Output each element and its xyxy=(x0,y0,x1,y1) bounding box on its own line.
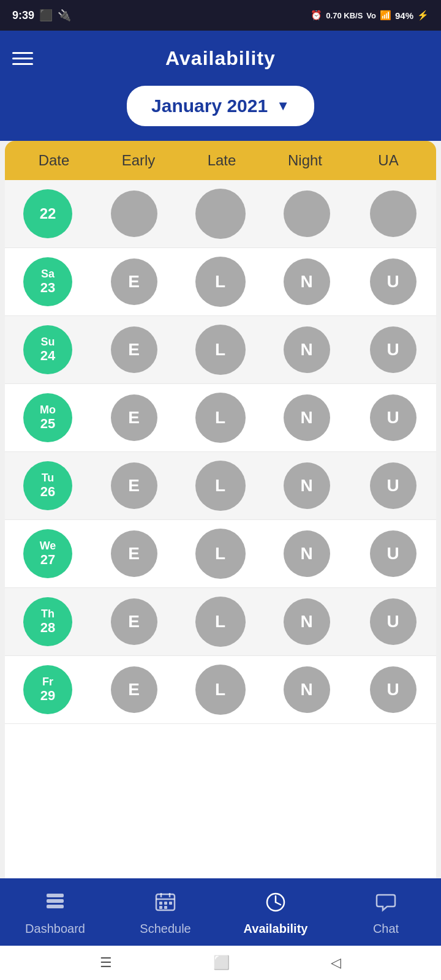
date-circle-fr29: Fr 29 xyxy=(23,665,72,714)
ua-cell[interactable]: U xyxy=(350,656,436,723)
ua-cell[interactable]: U xyxy=(350,248,436,315)
early-cell[interactable]: E xyxy=(91,248,177,315)
early-cell[interactable]: E xyxy=(91,452,177,519)
alarm-icon: ⏰ xyxy=(311,10,322,21)
day-num: 28 xyxy=(40,620,55,635)
early-btn[interactable]: E xyxy=(111,530,157,577)
early-btn[interactable]: E xyxy=(111,598,157,645)
android-back-btn[interactable]: ◁ xyxy=(331,955,341,971)
ua-btn[interactable]: U xyxy=(370,258,417,305)
early-btn[interactable]: E xyxy=(111,394,157,441)
late-cell[interactable]: L xyxy=(177,316,263,383)
ua-shift-circle[interactable] xyxy=(370,190,417,237)
status-right: ⏰ 0.70 KB/S Vo 📶 94% ⚡ xyxy=(311,10,429,21)
ua-btn[interactable]: U xyxy=(370,326,417,373)
early-cell[interactable]: E xyxy=(91,384,177,451)
day-num: 26 xyxy=(40,484,55,499)
ua-cell[interactable]: U xyxy=(350,316,436,383)
android-home-btn[interactable]: ⬜ xyxy=(213,955,230,971)
schedule-icon xyxy=(154,891,176,918)
night-cell[interactable]: N xyxy=(263,452,350,519)
day-num: 29 xyxy=(40,688,55,703)
col-early: Early xyxy=(97,152,180,169)
night-cell[interactable]: N xyxy=(263,384,350,451)
ua-btn[interactable]: U xyxy=(370,462,417,509)
ua-cell[interactable]: U xyxy=(350,452,436,519)
ua-cell[interactable] xyxy=(350,180,436,247)
late-cell[interactable]: L xyxy=(177,248,263,315)
late-btn[interactable]: L xyxy=(195,529,246,579)
late-btn[interactable]: L xyxy=(195,597,246,647)
chat-icon xyxy=(375,891,397,918)
ua-cell[interactable]: U xyxy=(350,384,436,451)
ua-btn[interactable]: U xyxy=(370,598,417,645)
nav-availability[interactable]: Availability xyxy=(239,891,312,936)
early-cell[interactable]: E xyxy=(91,588,177,655)
night-cell[interactable] xyxy=(263,180,350,247)
early-cell[interactable] xyxy=(91,180,177,247)
availability-icon xyxy=(265,891,287,918)
ua-btn[interactable]: U xyxy=(370,666,417,713)
menu-button[interactable] xyxy=(12,52,33,65)
date-cell: Mo 25 xyxy=(5,384,91,451)
month-selector-container: January 2021 ▼ xyxy=(0,86,441,141)
early-btn[interactable]: E xyxy=(111,326,157,373)
day-num: 27 xyxy=(40,552,55,567)
night-btn[interactable]: N xyxy=(284,598,330,645)
day-num: 24 xyxy=(40,349,55,363)
android-menu-btn[interactable]: ☰ xyxy=(100,955,112,971)
date-circle-mo25: Mo 25 xyxy=(23,393,72,442)
night-cell[interactable]: N xyxy=(263,316,350,383)
nav-chat[interactable]: Chat xyxy=(349,891,423,936)
night-btn[interactable]: N xyxy=(284,530,330,577)
ua-btn[interactable]: U xyxy=(370,394,417,441)
month-selector[interactable]: January 2021 ▼ xyxy=(127,86,314,126)
night-btn[interactable]: N xyxy=(284,394,330,441)
night-btn[interactable]: N xyxy=(284,258,330,305)
early-cell[interactable]: E xyxy=(91,316,177,383)
early-cell[interactable]: E xyxy=(91,520,177,587)
late-cell[interactable]: L xyxy=(177,520,263,587)
ua-btn[interactable]: U xyxy=(370,530,417,577)
col-night: Night xyxy=(263,152,347,169)
early-btn[interactable]: E xyxy=(111,462,157,509)
late-cell[interactable]: L xyxy=(177,656,263,723)
night-cell[interactable]: N xyxy=(263,656,350,723)
nav-chat-label: Chat xyxy=(373,922,399,936)
status-icon-2: 🔌 xyxy=(58,9,71,22)
night-btn[interactable]: N xyxy=(284,326,330,373)
night-cell[interactable]: N xyxy=(263,520,350,587)
month-dropdown-icon: ▼ xyxy=(276,98,290,114)
early-cell[interactable]: E xyxy=(91,656,177,723)
late-btn[interactable]: L xyxy=(195,325,246,375)
ua-cell[interactable]: U xyxy=(350,588,436,655)
early-btn[interactable]: E xyxy=(111,666,157,713)
late-btn[interactable]: L xyxy=(195,257,246,307)
night-cell[interactable]: N xyxy=(263,248,350,315)
svg-rect-10 xyxy=(159,906,162,909)
svg-rect-1 xyxy=(47,899,64,903)
nav-dashboard[interactable]: Dashboard xyxy=(18,891,92,936)
late-cell[interactable]: L xyxy=(177,452,263,519)
night-cell[interactable]: N xyxy=(263,588,350,655)
night-btn[interactable]: N xyxy=(284,462,330,509)
date-cell: Fr 29 xyxy=(5,656,91,723)
night-btn[interactable]: N xyxy=(284,666,330,713)
date-circle-22: 22 xyxy=(23,189,72,238)
android-nav-bar: ☰ ⬜ ◁ xyxy=(0,946,441,980)
late-cell[interactable]: L xyxy=(177,384,263,451)
late-cell[interactable] xyxy=(177,180,263,247)
nav-schedule[interactable]: Schedule xyxy=(129,891,202,936)
late-btn[interactable]: L xyxy=(195,665,246,715)
ua-cell[interactable]: U xyxy=(350,520,436,587)
col-date: Date xyxy=(11,152,97,169)
night-shift-circle[interactable] xyxy=(284,190,330,237)
late-btn[interactable]: L xyxy=(195,393,246,443)
early-btn[interactable]: E xyxy=(111,258,157,305)
late-btn[interactable]: L xyxy=(195,461,246,511)
day-num: 25 xyxy=(40,417,55,431)
late-shift-circle[interactable] xyxy=(195,189,246,239)
early-shift-circle[interactable] xyxy=(111,190,157,237)
late-cell[interactable]: L xyxy=(177,588,263,655)
day-name: We xyxy=(40,540,56,552)
